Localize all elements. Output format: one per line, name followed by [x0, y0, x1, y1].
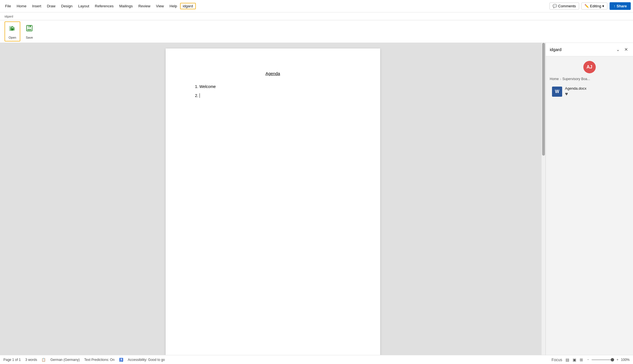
pencil-icon: ✏️: [584, 4, 589, 8]
comments-button[interactable]: 💬 Comments: [549, 3, 579, 10]
main-container: Agenda Welcome idgard ⌄ ✕ AJ Home › Supe…: [0, 43, 633, 355]
menu-references[interactable]: References: [92, 3, 116, 9]
web-view-icon[interactable]: ⊞: [580, 358, 583, 362]
accessibility-icon: ♿: [119, 358, 123, 362]
language: German (Germany): [50, 358, 80, 362]
comments-label: Comments: [558, 4, 576, 8]
menu-design[interactable]: Design: [58, 3, 75, 9]
file-info: Agenda.docx ♥: [565, 86, 586, 97]
file-item[interactable]: W Agenda.docx ♥: [548, 83, 631, 100]
document-title: Agenda: [191, 71, 355, 76]
menu-right-actions: 💬 Comments ✏️ Editing ▾ ↑ Share: [549, 2, 631, 10]
zoom-thumb[interactable]: [611, 358, 614, 361]
panel-header: idgard ⌄ ✕: [546, 43, 633, 56]
panel-icons: ⌄ ✕: [615, 46, 629, 53]
save-icon: [25, 24, 34, 35]
svg-rect-1: [11, 28, 14, 30]
ribbon-save-label: Save: [26, 36, 33, 39]
ribbon-contextual-label: idgard: [2, 14, 16, 19]
editing-label: Editing: [590, 4, 601, 8]
document-page[interactable]: Agenda Welcome: [166, 48, 380, 355]
status-right: Focus ▤ ▣ ⊞ － ＋ 100%: [551, 357, 630, 362]
track-changes-icon: 📋: [41, 358, 46, 362]
menu-help[interactable]: Help: [167, 3, 180, 9]
menu-mailings[interactable]: Mailings: [117, 3, 136, 9]
svg-rect-5: [30, 26, 31, 27]
breadcrumb-folder[interactable]: Supervisory Boa...: [562, 77, 590, 81]
menu-idgard[interactable]: idgard: [180, 3, 196, 9]
editing-button[interactable]: ✏️ Editing ▾: [581, 3, 608, 10]
menu-draw[interactable]: Draw: [44, 3, 58, 9]
focus-button[interactable]: Focus: [551, 358, 562, 362]
breadcrumb: Home › Supervisory Boa...: [546, 73, 633, 83]
menu-file[interactable]: File: [2, 3, 14, 9]
menu-home[interactable]: Home: [14, 3, 29, 9]
zoom-out-icon[interactable]: －: [586, 357, 590, 362]
zoom-level: 100%: [621, 358, 630, 362]
word-icon: W: [552, 87, 562, 97]
file-badge-icon: ♥: [565, 91, 586, 97]
menu-review[interactable]: Review: [135, 3, 153, 9]
zoom-slider[interactable]: [592, 359, 614, 360]
ribbon-open-label: Open: [9, 36, 16, 39]
panel-close-icon[interactable]: ✕: [623, 46, 629, 53]
ribbon-open-button[interactable]: Open: [5, 21, 20, 41]
comment-icon: 💬: [553, 4, 557, 8]
zoom-bar: － ＋ 100%: [586, 357, 630, 362]
page-info: Page 1 of 1: [3, 358, 21, 362]
scrollbar-thumb[interactable]: [542, 43, 545, 156]
list-item: [200, 93, 355, 98]
status-bar: Page 1 of 1 3 words 📋 German (Germany) T…: [0, 355, 633, 364]
ribbon-save-button[interactable]: Save: [21, 21, 37, 41]
breadcrumb-separator: ›: [560, 77, 561, 81]
open-icon: [8, 24, 17, 35]
chevron-down-icon: ▾: [602, 4, 604, 8]
menu-layout[interactable]: Layout: [75, 3, 92, 9]
word-count: 3 words: [25, 358, 37, 362]
text-predictions: Text Predictions: On: [84, 358, 114, 362]
panel-collapse-icon[interactable]: ⌄: [615, 46, 621, 53]
share-icon: ↑: [614, 4, 616, 8]
share-label: Share: [617, 4, 627, 8]
ribbon: Open Save: [0, 20, 633, 43]
ribbon-tab-label-bar: idgard: [0, 12, 633, 20]
menu-view[interactable]: View: [153, 3, 167, 9]
list-item: Welcome: [200, 84, 355, 89]
menu-bar: File Home Insert Draw Design Layout Refe…: [0, 0, 633, 12]
breadcrumb-home[interactable]: Home: [550, 77, 559, 81]
share-button[interactable]: ↑ Share: [610, 2, 631, 10]
side-panel: idgard ⌄ ✕ AJ Home › Supervisory Boa... …: [546, 43, 633, 355]
svg-rect-4: [27, 29, 31, 30]
document-list: Welcome: [191, 84, 355, 98]
zoom-in-icon[interactable]: ＋: [616, 357, 619, 362]
file-name: Agenda.docx: [565, 86, 586, 91]
panel-title: idgard: [550, 47, 615, 52]
accessibility-status: Accessibility: Good to go: [128, 358, 165, 362]
print-view-icon[interactable]: ▣: [573, 358, 576, 362]
menu-insert[interactable]: Insert: [29, 3, 44, 9]
document-area[interactable]: Agenda Welcome: [0, 43, 546, 355]
read-view-icon[interactable]: ▤: [566, 358, 569, 362]
vertical-scrollbar[interactable]: [542, 43, 546, 355]
avatar: AJ: [583, 61, 596, 73]
